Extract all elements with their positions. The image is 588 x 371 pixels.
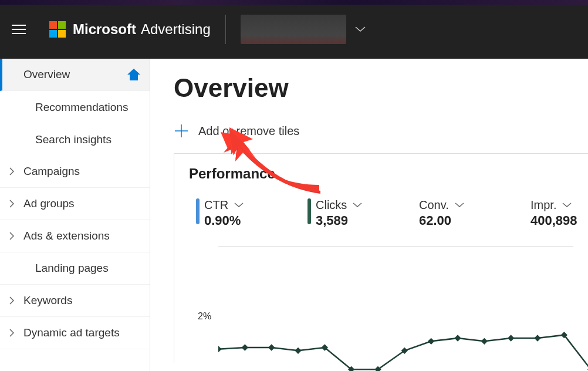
page-title: Overview xyxy=(174,73,588,103)
app-header: Microsoft Advertising xyxy=(0,0,588,59)
metric-label: CTR xyxy=(204,198,228,212)
svg-rect-11 xyxy=(508,335,514,341)
chart-line-svg xyxy=(218,282,588,371)
chevron-down-icon[interactable] xyxy=(355,26,366,32)
chevron-down-icon[interactable] xyxy=(353,203,362,208)
sidebar-item-search-insights[interactable]: Search insights xyxy=(0,123,150,156)
chevron-right-icon xyxy=(9,232,14,240)
hamburger-menu-icon[interactable] xyxy=(12,25,26,34)
sidebar-nav: Overview Recommendations Search insights… xyxy=(0,59,150,371)
sidebar-item-label: Search insights xyxy=(35,133,111,146)
chevron-down-icon[interactable] xyxy=(234,203,244,208)
metric-impr[interactable]: Impr. 400,898 xyxy=(530,198,588,228)
svg-rect-10 xyxy=(481,338,488,345)
metric-value: 62.00 xyxy=(419,213,501,228)
sidebar-item-label: Recommendations xyxy=(35,101,128,114)
chevron-right-icon xyxy=(9,167,14,176)
sidebar-item-label: Ads & extensions xyxy=(23,230,110,242)
svg-rect-8 xyxy=(428,338,434,345)
metric-value: 0.90% xyxy=(204,213,278,228)
add-tiles-label: Add or remove tiles xyxy=(198,124,299,138)
chevron-down-icon[interactable] xyxy=(562,203,572,208)
svg-rect-1 xyxy=(242,344,248,350)
sidebar-item-ads-extensions[interactable]: Ads & extensions xyxy=(0,220,150,252)
chevron-right-icon xyxy=(9,329,14,337)
tile-title: Performance xyxy=(189,166,573,182)
sidebar-item-overview[interactable]: Overview xyxy=(0,59,150,91)
metric-value: 3,589 xyxy=(316,213,390,228)
header-divider xyxy=(225,15,226,44)
metric-label: Conv. xyxy=(419,198,449,212)
chevron-right-icon xyxy=(9,296,14,305)
chevron-right-icon xyxy=(9,200,14,208)
chevron-down-icon[interactable] xyxy=(455,203,464,208)
sidebar-item-keywords[interactable]: Keywords xyxy=(0,285,150,317)
svg-rect-12 xyxy=(534,335,540,341)
metric-conv[interactable]: Conv. 62.00 xyxy=(419,198,501,228)
svg-rect-6 xyxy=(374,366,381,371)
svg-rect-9 xyxy=(454,335,461,341)
metric-clicks[interactable]: Clicks 3,589 xyxy=(307,198,390,228)
microsoft-logo-icon xyxy=(49,21,66,38)
performance-chart: 2% xyxy=(218,246,573,352)
sidebar-item-label: Ad groups xyxy=(23,197,75,210)
product-name: Advertising xyxy=(141,21,211,38)
main-content: Overview Add or remove tiles Performance… xyxy=(150,59,588,371)
add-remove-tiles-button[interactable]: Add or remove tiles xyxy=(174,123,588,139)
metrics-row: CTR 0.90% Clicks 3,589 xyxy=(189,198,573,228)
header-top-strip xyxy=(0,0,588,5)
performance-tile: Performance CTR 0.90% xyxy=(174,153,588,363)
chart-y-tick: 2% xyxy=(198,311,211,322)
metric-label: Clicks xyxy=(316,198,347,212)
metric-color-indicator xyxy=(196,198,200,224)
sidebar-item-campaigns[interactable]: Campaigns xyxy=(0,156,150,188)
sidebar-item-dynamic-ad-targets[interactable]: Dynamic ad targets xyxy=(0,317,150,349)
sidebar-item-landing-pages[interactable]: Landing pages xyxy=(0,252,150,285)
sidebar-item-ad-groups[interactable]: Ad groups xyxy=(0,188,150,220)
svg-rect-3 xyxy=(295,348,301,354)
metric-label: Impr. xyxy=(530,198,556,212)
metric-ctr[interactable]: CTR 0.90% xyxy=(196,198,278,228)
sidebar-item-recommendations[interactable]: Recommendations xyxy=(0,91,150,123)
sidebar-item-label: Overview xyxy=(23,68,70,81)
home-icon xyxy=(127,69,140,80)
metric-color-indicator xyxy=(307,198,311,224)
sidebar-item-label: Dynamic ad targets xyxy=(23,326,120,339)
svg-rect-0 xyxy=(218,346,222,352)
brand-name: Microsoft xyxy=(73,21,136,38)
sidebar-item-label: Keywords xyxy=(23,294,72,307)
metric-value: 400,898 xyxy=(530,213,588,228)
sidebar-item-label: Landing pages xyxy=(35,262,109,275)
plus-icon xyxy=(174,123,189,139)
svg-rect-2 xyxy=(268,344,275,350)
account-selector[interactable] xyxy=(241,15,346,44)
sidebar-item-label: Campaigns xyxy=(23,165,80,178)
